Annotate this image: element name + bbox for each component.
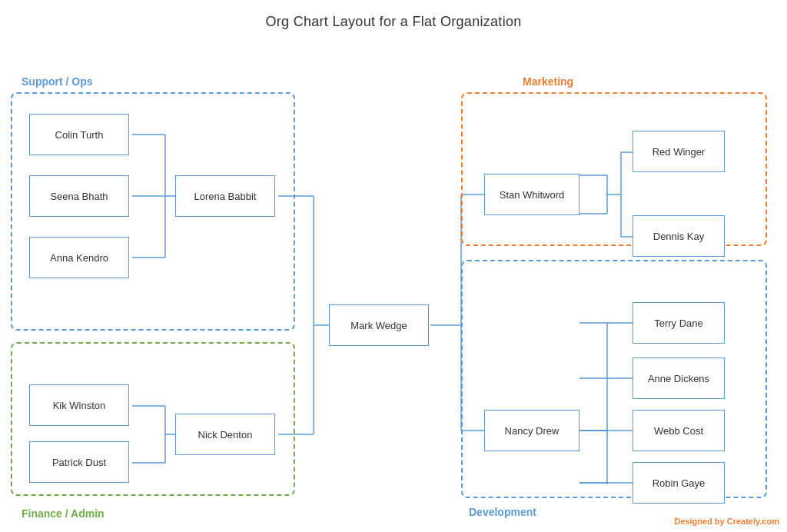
watermark-suffix: .com: [759, 517, 779, 526]
node-terry-dane: Terry Dane: [633, 302, 725, 344]
node-webb-cost: Webb Cost: [633, 410, 725, 451]
label-marketing: Marketing: [523, 75, 573, 88]
label-development: Development: [469, 506, 536, 518]
label-finance-admin: Finance / Admin: [22, 507, 105, 520]
node-colin-turth: Colin Turth: [29, 114, 129, 155]
watermark-prefix: Designed by: [674, 517, 726, 526]
node-lorena-babbit: Lorena Babbit: [175, 175, 275, 217]
node-mark-wedge: Mark Wedge: [329, 304, 429, 346]
node-anna-kendro: Anna Kendro: [29, 237, 129, 278]
watermark-brand: Creately: [727, 517, 760, 526]
node-stan-whitword: Stan Whitword: [484, 174, 579, 215]
node-nancy-drew: Nancy Drew: [484, 410, 579, 451]
watermark: Designed by Creately.com: [674, 517, 779, 526]
node-red-winger: Red Winger: [633, 131, 725, 172]
node-nick-denton: Nick Denton: [175, 414, 275, 455]
page-title: Org Chart Layout for a Flat Organization: [0, 0, 787, 30]
node-robin-gaye: Robin Gaye: [633, 462, 725, 504]
node-kik-winston: Kik Winston: [29, 384, 129, 426]
chart-area: Support / Ops Finance / Admin Marketing …: [0, 46, 787, 509]
node-dennis-kay: Dennis Kay: [633, 215, 725, 257]
node-seena-bhath: Seena Bhath: [29, 175, 129, 217]
label-support-ops: Support / Ops: [22, 75, 93, 88]
node-anne-dickens: Anne Dickens: [633, 357, 725, 399]
node-patrick-dust: Patrick Dust: [29, 441, 129, 483]
